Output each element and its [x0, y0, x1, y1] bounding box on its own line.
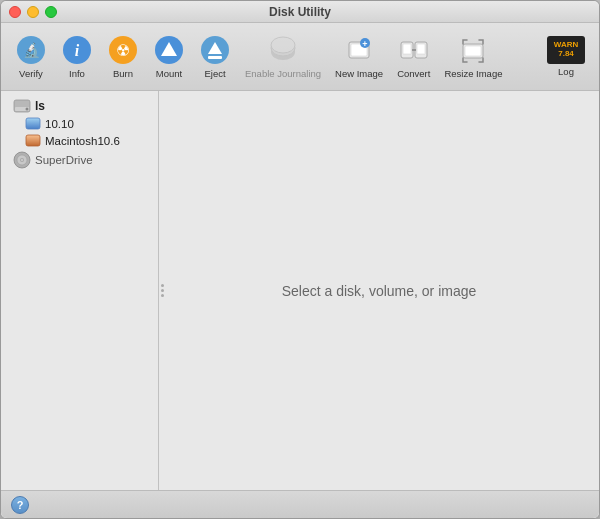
sidebar-disk-ls-label: ls [35, 99, 45, 113]
traffic-lights [9, 6, 57, 18]
superdrive-icon [13, 151, 31, 169]
svg-rect-28 [26, 135, 40, 146]
svg-point-32 [21, 159, 23, 161]
convert-button[interactable]: Convert [391, 30, 436, 83]
resize-dot-2 [161, 289, 164, 292]
resize-handle[interactable] [159, 281, 165, 301]
detail-placeholder: Select a disk, volume, or image [282, 283, 477, 299]
journaling-label: Enable Journaling [245, 68, 321, 79]
sidebar-item-disk-ls[interactable]: ls [5, 97, 154, 115]
mount-label: Mount [156, 68, 182, 79]
help-icon: ? [17, 499, 24, 511]
journaling-icon [267, 34, 299, 66]
resize-image-icon [457, 34, 489, 66]
svg-rect-21 [417, 44, 425, 54]
info-button[interactable]: i Info [55, 30, 99, 83]
sidebar-superdrive-label: SuperDrive [35, 154, 93, 166]
svg-rect-23 [465, 46, 481, 56]
eject-button[interactable]: Eject [193, 30, 237, 83]
enable-journaling-button[interactable]: Enable Journaling [239, 30, 327, 83]
eject-label: Eject [204, 68, 225, 79]
resize-image-button[interactable]: Resize Image [438, 30, 508, 83]
verify-button[interactable]: 🔬 Verify [9, 30, 53, 83]
disk-utility-window: Disk Utility 🔬 Verify i Info [0, 0, 600, 519]
log-icon-text: WARN 7.84 [554, 41, 578, 59]
sidebar-volume-10-10-label: 10.10 [45, 118, 74, 130]
close-button[interactable] [9, 6, 21, 18]
mount-button[interactable]: Mount [147, 30, 191, 83]
window-title: Disk Utility [269, 5, 331, 19]
svg-point-26 [26, 108, 29, 111]
new-image-button[interactable]: + New Image [329, 30, 389, 83]
titlebar: Disk Utility [1, 1, 599, 23]
mount-icon [153, 34, 185, 66]
info-icon: i [61, 34, 93, 66]
verify-icon: 🔬 [15, 34, 47, 66]
resize-image-label: Resize Image [444, 68, 502, 79]
statusbar: ? [1, 490, 599, 518]
help-button[interactable]: ? [11, 496, 29, 514]
sidebar: ls 10.10 [1, 91, 159, 490]
info-label: Info [69, 68, 85, 79]
convert-icon [398, 34, 430, 66]
minimize-button[interactable] [27, 6, 39, 18]
svg-text:🔬: 🔬 [23, 42, 41, 59]
resize-dot-1 [161, 284, 164, 287]
burn-button[interactable]: ☢ Burn [101, 30, 145, 83]
volume-icon [25, 117, 41, 130]
svg-rect-10 [208, 56, 222, 59]
eject-icon [199, 34, 231, 66]
maximize-button[interactable] [45, 6, 57, 18]
disk-icon [13, 99, 31, 113]
convert-label: Convert [397, 68, 430, 79]
sidebar-item-volume-macintosh[interactable]: Macintosh10.6 [5, 132, 154, 149]
sidebar-item-superdrive[interactable]: SuperDrive [5, 149, 154, 171]
burn-icon: ☢ [107, 34, 139, 66]
detail-area: Select a disk, volume, or image [159, 91, 599, 490]
main-content: ls 10.10 [1, 91, 599, 490]
resize-dot-3 [161, 294, 164, 297]
svg-rect-27 [26, 118, 40, 129]
macintosh-volume-icon [25, 134, 41, 147]
new-image-label: New Image [335, 68, 383, 79]
toolbar: 🔬 Verify i Info ☢ Burn [1, 23, 599, 91]
new-image-icon: + [343, 34, 375, 66]
svg-rect-19 [403, 44, 411, 54]
sidebar-volume-macintosh-label: Macintosh10.6 [45, 135, 120, 147]
svg-text:☢: ☢ [116, 42, 130, 59]
svg-text:i: i [75, 42, 80, 59]
svg-text:+: + [362, 39, 367, 49]
sidebar-item-volume-10-10[interactable]: 10.10 [5, 115, 154, 132]
burn-label: Burn [113, 68, 133, 79]
log-label: Log [558, 66, 574, 77]
log-button[interactable]: WARN 7.84 Log [541, 36, 591, 77]
log-icon: WARN 7.84 [547, 36, 585, 64]
verify-label: Verify [19, 68, 43, 79]
svg-point-13 [271, 37, 295, 53]
